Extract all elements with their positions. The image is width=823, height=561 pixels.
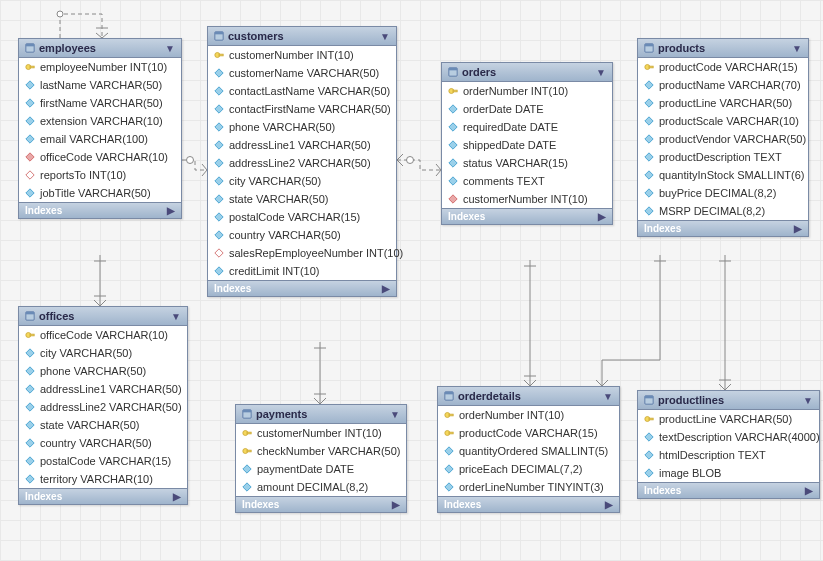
- column-row[interactable]: addressLine1 VARCHAR(50): [19, 380, 187, 398]
- column-row[interactable]: productLine VARCHAR(50): [638, 410, 819, 428]
- entity-employees[interactable]: employees▼employeeNumber INT(10)lastName…: [18, 38, 182, 219]
- expand-icon[interactable]: ▶: [382, 283, 390, 294]
- column-row[interactable]: productDescription TEXT: [638, 148, 808, 166]
- collapse-icon[interactable]: ▼: [171, 311, 181, 322]
- entity-orders[interactable]: orders▼orderNumber INT(10)orderDate DATE…: [441, 62, 613, 225]
- column-row[interactable]: textDescription VARCHAR(4000): [638, 428, 819, 446]
- column-row[interactable]: reportsTo INT(10): [19, 166, 181, 184]
- entity-header[interactable]: productlines▼: [638, 391, 819, 410]
- column-row[interactable]: productName VARCHAR(70): [638, 76, 808, 94]
- column-row[interactable]: state VARCHAR(50): [19, 416, 187, 434]
- collapse-icon[interactable]: ▼: [165, 43, 175, 54]
- column-row[interactable]: country VARCHAR(50): [19, 434, 187, 452]
- entity-header[interactable]: orders▼: [442, 63, 612, 82]
- entity-orderdetails[interactable]: orderdetails▼orderNumber INT(10)productC…: [437, 386, 620, 513]
- expand-icon[interactable]: ▶: [794, 223, 802, 234]
- column-row[interactable]: country VARCHAR(50): [208, 226, 396, 244]
- column-row[interactable]: extension VARCHAR(10): [19, 112, 181, 130]
- entity-footer-indexes[interactable]: Indexes▶: [638, 482, 819, 498]
- collapse-icon[interactable]: ▼: [390, 409, 400, 420]
- column-row[interactable]: email VARCHAR(100): [19, 130, 181, 148]
- column-row[interactable]: customerNumber INT(10): [442, 190, 612, 208]
- column-row[interactable]: orderNumber INT(10): [438, 406, 619, 424]
- column-row[interactable]: contactFirstName VARCHAR(50): [208, 100, 396, 118]
- column-row[interactable]: priceEach DECIMAL(7,2): [438, 460, 619, 478]
- column-row[interactable]: addressLine2 VARCHAR(50): [208, 154, 396, 172]
- collapse-icon[interactable]: ▼: [803, 395, 813, 406]
- entity-customers[interactable]: customers▼customerNumber INT(10)customer…: [207, 26, 397, 297]
- column-row[interactable]: requiredDate DATE: [442, 118, 612, 136]
- column-row[interactable]: productLine VARCHAR(50): [638, 94, 808, 112]
- column-row[interactable]: phone VARCHAR(50): [208, 118, 396, 136]
- column-label: buyPrice DECIMAL(8,2): [659, 187, 776, 199]
- column-row[interactable]: shippedDate DATE: [442, 136, 612, 154]
- entity-header[interactable]: products▼: [638, 39, 808, 58]
- column-row[interactable]: productCode VARCHAR(15): [638, 58, 808, 76]
- column-row[interactable]: orderDate DATE: [442, 100, 612, 118]
- entity-payments[interactable]: payments▼customerNumber INT(10)checkNumb…: [235, 404, 407, 513]
- expand-icon[interactable]: ▶: [392, 499, 400, 510]
- column-row[interactable]: firstName VARCHAR(50): [19, 94, 181, 112]
- entity-productlines[interactable]: productlines▼productLine VARCHAR(50)text…: [637, 390, 820, 499]
- column-row[interactable]: quantityInStock SMALLINT(6): [638, 166, 808, 184]
- entity-products[interactable]: products▼productCode VARCHAR(15)productN…: [637, 38, 809, 237]
- column-row[interactable]: MSRP DECIMAL(8,2): [638, 202, 808, 220]
- column-row[interactable]: contactLastName VARCHAR(50): [208, 82, 396, 100]
- column-row[interactable]: status VARCHAR(15): [442, 154, 612, 172]
- column-row[interactable]: htmlDescription TEXT: [638, 446, 819, 464]
- column-row[interactable]: phone VARCHAR(50): [19, 362, 187, 380]
- expand-icon[interactable]: ▶: [167, 205, 175, 216]
- entity-header[interactable]: offices▼: [19, 307, 187, 326]
- column-row[interactable]: orderNumber INT(10): [442, 82, 612, 100]
- column-row[interactable]: productScale VARCHAR(10): [638, 112, 808, 130]
- entity-footer-indexes[interactable]: Indexes▶: [19, 202, 181, 218]
- column-row[interactable]: postalCode VARCHAR(15): [19, 452, 187, 470]
- column-row[interactable]: checkNumber VARCHAR(50): [236, 442, 406, 460]
- entity-footer-indexes[interactable]: Indexes▶: [442, 208, 612, 224]
- column-row[interactable]: territory VARCHAR(10): [19, 470, 187, 488]
- collapse-icon[interactable]: ▼: [380, 31, 390, 42]
- column-row[interactable]: postalCode VARCHAR(15): [208, 208, 396, 226]
- column-row[interactable]: officeCode VARCHAR(10): [19, 326, 187, 344]
- entity-header[interactable]: employees▼: [19, 39, 181, 58]
- column-row[interactable]: city VARCHAR(50): [208, 172, 396, 190]
- column-row[interactable]: orderLineNumber TINYINT(3): [438, 478, 619, 496]
- entity-header[interactable]: customers▼: [208, 27, 396, 46]
- expand-icon[interactable]: ▶: [598, 211, 606, 222]
- column-row[interactable]: customerName VARCHAR(50): [208, 64, 396, 82]
- entity-footer-indexes[interactable]: Indexes▶: [438, 496, 619, 512]
- column-row[interactable]: officeCode VARCHAR(10): [19, 148, 181, 166]
- column-row[interactable]: salesRepEmployeeNumber INT(10): [208, 244, 396, 262]
- column-row[interactable]: comments TEXT: [442, 172, 612, 190]
- expand-icon[interactable]: ▶: [605, 499, 613, 510]
- column-row[interactable]: city VARCHAR(50): [19, 344, 187, 362]
- column-row[interactable]: customerNumber INT(10): [208, 46, 396, 64]
- expand-icon[interactable]: ▶: [173, 491, 181, 502]
- entity-footer-indexes[interactable]: Indexes▶: [236, 496, 406, 512]
- column-row[interactable]: customerNumber INT(10): [236, 424, 406, 442]
- collapse-icon[interactable]: ▼: [596, 67, 606, 78]
- column-row[interactable]: amount DECIMAL(8,2): [236, 478, 406, 496]
- column-row[interactable]: addressLine1 VARCHAR(50): [208, 136, 396, 154]
- entity-footer-indexes[interactable]: Indexes▶: [208, 280, 396, 296]
- column-row[interactable]: lastName VARCHAR(50): [19, 76, 181, 94]
- column-row[interactable]: image BLOB: [638, 464, 819, 482]
- column-row[interactable]: creditLimit INT(10): [208, 262, 396, 280]
- column-row[interactable]: quantityOrdered SMALLINT(5): [438, 442, 619, 460]
- entity-header[interactable]: orderdetails▼: [438, 387, 619, 406]
- entity-footer-indexes[interactable]: Indexes▶: [19, 488, 187, 504]
- entity-footer-indexes[interactable]: Indexes▶: [638, 220, 808, 236]
- column-row[interactable]: productCode VARCHAR(15): [438, 424, 619, 442]
- entity-header[interactable]: payments▼: [236, 405, 406, 424]
- column-row[interactable]: paymentDate DATE: [236, 460, 406, 478]
- collapse-icon[interactable]: ▼: [603, 391, 613, 402]
- column-row[interactable]: employeeNumber INT(10): [19, 58, 181, 76]
- column-row[interactable]: buyPrice DECIMAL(8,2): [638, 184, 808, 202]
- column-row[interactable]: addressLine2 VARCHAR(50): [19, 398, 187, 416]
- column-row[interactable]: productVendor VARCHAR(50): [638, 130, 808, 148]
- entity-offices[interactable]: offices▼officeCode VARCHAR(10)city VARCH…: [18, 306, 188, 505]
- expand-icon[interactable]: ▶: [805, 485, 813, 496]
- collapse-icon[interactable]: ▼: [792, 43, 802, 54]
- column-row[interactable]: state VARCHAR(50): [208, 190, 396, 208]
- column-row[interactable]: jobTitle VARCHAR(50): [19, 184, 181, 202]
